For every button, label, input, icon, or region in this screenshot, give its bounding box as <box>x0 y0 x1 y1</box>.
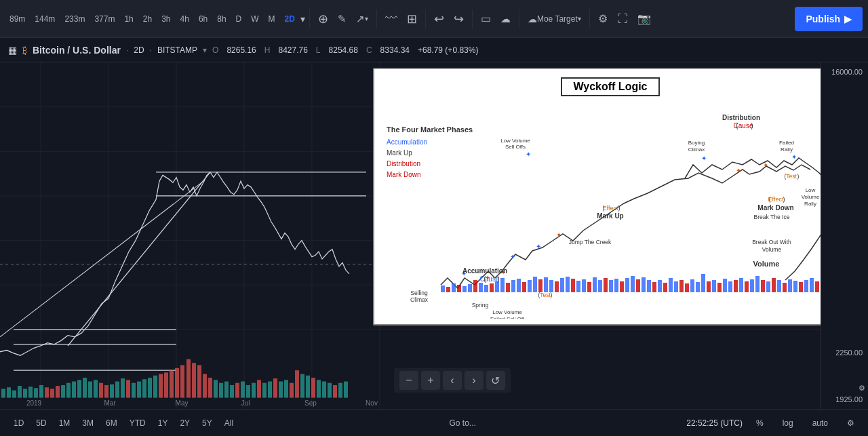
interval-6h[interactable]: 6h <box>195 12 212 26</box>
line-tool[interactable]: ↗ ▾ <box>352 7 372 31</box>
high-value: 8427.76 <box>278 45 307 55</box>
svg-rect-164 <box>750 279 754 292</box>
interval-1h[interactable]: 1h <box>120 12 137 26</box>
svg-text:Rally: Rally <box>804 201 816 207</box>
svg-text:Buying: Buying <box>688 140 705 146</box>
camera-button[interactable]: 📷 <box>633 7 655 31</box>
svg-text:): ) <box>783 196 785 203</box>
undo-icon: ↩ <box>434 12 444 26</box>
svg-text:Mar: Mar <box>104 399 116 406</box>
reset-button[interactable]: ↺ <box>486 371 505 390</box>
tf-1d[interactable]: 1D <box>8 416 29 431</box>
tf-5y[interactable]: 5Y <box>197 416 218 431</box>
price-change: +68.79 (+0.83%) <box>418 45 478 55</box>
svg-text:✦: ✦ <box>510 253 515 260</box>
bottom-right: 22:52:25 (UTC) % log auto ⚙ <box>686 416 860 431</box>
moe-target-button[interactable]: ☁ Moe Target ▾ <box>524 7 585 31</box>
svg-text:Climax: Climax <box>410 296 429 303</box>
interval-8h[interactable]: 8h <box>213 12 230 26</box>
svg-text:Sep: Sep <box>304 399 317 406</box>
goto-button[interactable]: Go to... <box>444 416 481 431</box>
tf-ytd[interactable]: YTD <box>124 416 151 431</box>
scroll-back-button[interactable]: ‹ <box>443 371 462 390</box>
fullscreen-icon: ⛶ <box>617 13 628 25</box>
svg-rect-201 <box>555 281 559 292</box>
auto-button[interactable]: auto <box>807 416 833 431</box>
tf-6m[interactable]: 6M <box>100 416 123 431</box>
svg-rect-211 <box>609 280 613 292</box>
chart-container[interactable]: 2019 Mar May Jul Sep Nov Wyckoff Logic T… <box>0 62 821 409</box>
svg-rect-176 <box>815 281 819 292</box>
redo-icon: ↪ <box>454 12 464 26</box>
interval-377m[interactable]: 377m <box>90 12 119 26</box>
scroll-forward-button[interactable]: › <box>465 371 484 390</box>
tf-1m[interactable]: 1M <box>54 416 76 431</box>
redo-button[interactable]: ↪ <box>450 7 468 31</box>
interval-dropdown-icon[interactable]: ▾ <box>300 14 305 24</box>
interval-89m[interactable]: 89m <box>5 12 29 26</box>
measure-tool[interactable]: ⊞ <box>403 7 421 31</box>
interval-233m[interactable]: 233m <box>60 12 89 26</box>
publish-button[interactable]: Publish ▶ <box>795 7 863 31</box>
separator-5 <box>519 9 519 28</box>
tf-5d[interactable]: 5D <box>31 416 52 431</box>
interval-W[interactable]: W <box>247 12 262 26</box>
tf-all[interactable]: All <box>219 416 239 431</box>
svg-rect-207 <box>587 282 591 292</box>
publish-play-icon: ▶ <box>844 14 852 24</box>
price-axis: 16000.00 2250.00 1925.00 ⚙ <box>821 62 868 409</box>
svg-rect-31 <box>66 383 71 398</box>
interval-M[interactable]: M <box>264 12 279 26</box>
svg-rect-60 <box>224 382 229 398</box>
svg-rect-159 <box>723 279 727 292</box>
interval-2D[interactable]: 2D <box>281 12 299 26</box>
percent-button[interactable]: % <box>751 416 769 431</box>
crosshair-tool[interactable]: ⊕ <box>314 7 332 31</box>
tf-2y[interactable]: 2Y <box>174 416 195 431</box>
drawing-tool[interactable]: ✎ <box>334 7 351 31</box>
replay-tool[interactable]: ☁ <box>496 7 515 31</box>
moe-icon: ☁ <box>528 14 537 24</box>
undo-button[interactable]: ↩ <box>430 7 448 31</box>
svg-rect-82 <box>344 382 348 398</box>
svg-rect-216 <box>636 279 640 292</box>
interval-2h[interactable]: 2h <box>139 12 156 26</box>
svg-text:): ) <box>751 122 753 130</box>
source-dropdown[interactable]: ▾ <box>203 45 207 55</box>
interval-4h[interactable]: 4h <box>176 12 193 26</box>
source-label: BITSTAMP <box>157 45 197 55</box>
tf-1y[interactable]: 1Y <box>153 416 174 431</box>
svg-text:Accumulation: Accumulation <box>462 267 507 275</box>
camera-icon: 📷 <box>637 12 651 25</box>
axis-settings-icon[interactable]: ⚙ <box>859 384 865 393</box>
log-button[interactable]: log <box>777 416 799 431</box>
separator-6 <box>589 9 590 28</box>
svg-rect-202 <box>560 278 564 292</box>
timeframe-tabs: 1D 5D 1M 3M 6M YTD 1Y 2Y 5Y All <box>8 416 239 431</box>
zoom-minus-button[interactable]: − <box>399 371 418 390</box>
low-label: L <box>316 45 321 55</box>
interval-3h[interactable]: 3h <box>157 12 174 26</box>
fullscreen-button[interactable]: ⛶ <box>613 7 632 31</box>
svg-rect-63 <box>241 382 245 398</box>
line-tool-dropdown[interactable]: ▾ <box>365 15 368 22</box>
interval-144m[interactable]: 144m <box>31 12 59 26</box>
interval-D[interactable]: D <box>232 12 246 26</box>
svg-text:Low Volume: Low Volume <box>500 138 530 144</box>
svg-text:✦: ✦ <box>791 153 797 161</box>
svg-text:Volume: Volume <box>762 246 782 253</box>
symbol-name[interactable]: Bitcoin / U.S. Dollar <box>33 45 121 56</box>
svg-rect-157 <box>712 280 716 292</box>
zoom-plus-button[interactable]: + <box>421 371 440 390</box>
indicators-tool[interactable]: 〰 <box>381 7 401 31</box>
svg-text:Volume: Volume <box>802 194 820 200</box>
settings-button[interactable]: ⚙ <box>594 7 612 31</box>
tf-3m[interactable]: 3M <box>77 416 99 431</box>
svg-rect-38 <box>88 382 92 398</box>
svg-text:Mark Up: Mark Up <box>597 212 623 220</box>
moe-dropdown-icon[interactable]: ▾ <box>578 15 581 22</box>
svg-rect-75 <box>306 376 310 398</box>
bottom-settings-button[interactable]: ⚙ <box>842 416 860 431</box>
rectangle-tool[interactable]: ▭ <box>477 7 495 31</box>
svg-text:Low Volume: Low Volume <box>492 309 522 315</box>
